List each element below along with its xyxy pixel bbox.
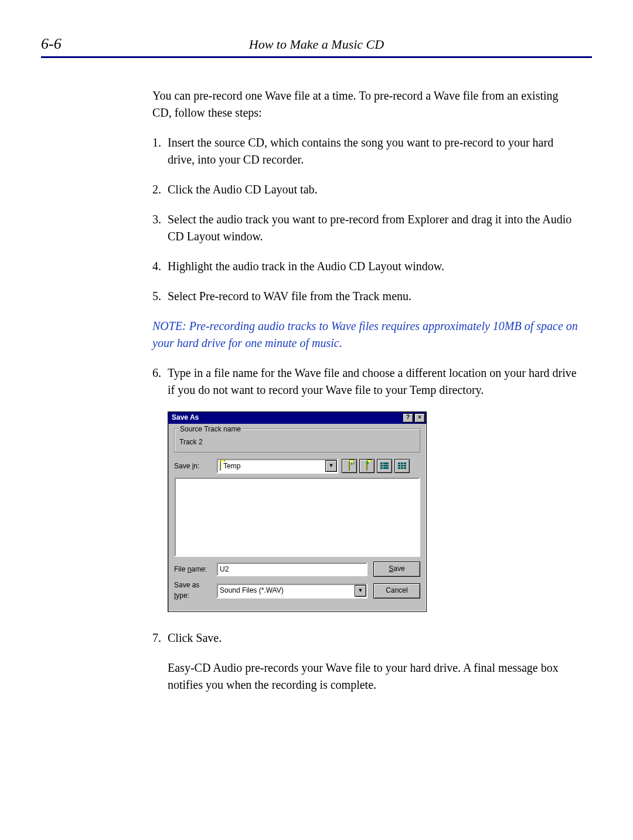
list-view-button[interactable] <box>377 459 392 473</box>
step-number: 4. <box>152 258 168 275</box>
folder-new-icon: ✶ <box>366 461 367 471</box>
file-name-value: U2 <box>220 564 229 574</box>
cancel-button[interactable]: Cancel <box>373 583 420 598</box>
save-as-type-label: Save as type: <box>174 580 216 601</box>
step-1: 1. Insert the source CD, which contains … <box>152 134 580 168</box>
save-as-type-value: Sound Files (*.WAV) <box>220 586 352 596</box>
step-text: Select the audio track you want to pre-r… <box>168 211 580 245</box>
details-view-button[interactable] <box>394 459 410 473</box>
step-number: 7. <box>152 630 168 647</box>
dialog-title: Save As <box>172 413 401 423</box>
group-legend: Source Track name <box>178 424 243 434</box>
chapter-title: How to Make a Music CD <box>41 37 592 52</box>
note-paragraph: NOTE: Pre-recording audio tracks to Wave… <box>152 318 580 352</box>
step-number: 6. <box>152 365 168 399</box>
step-number: 1. <box>152 134 168 168</box>
up-one-level-button[interactable]: ↩ <box>342 459 357 473</box>
file-name-input[interactable]: U2 <box>216 562 367 576</box>
details-icon <box>398 462 406 470</box>
step-number: 2. <box>152 181 168 198</box>
step-4: 4. Highlight the audio track in the Audi… <box>152 258 580 275</box>
step-5: 5. Select Pre-record to WAV file from th… <box>152 288 580 305</box>
step-2: 2. Click the Audio CD Layout tab. <box>152 181 580 198</box>
step-text: Type in a file name for the Wave file an… <box>168 365 580 399</box>
step-6: 6. Type in a file name for the Wave file… <box>152 365 580 399</box>
source-track-group: Source Track name Track 2 <box>174 428 420 453</box>
save-as-dialog: Save As ? × Source Track name Track 2 Sa… <box>168 412 427 612</box>
save-in-label: Save in: <box>174 461 216 471</box>
intro-paragraph: You can pre-record one Wave file at a ti… <box>152 87 580 121</box>
close-button[interactable]: × <box>414 413 425 423</box>
file-name-label: File name: <box>174 564 216 574</box>
save-in-dropdown[interactable]: Temp ▼ <box>216 458 338 474</box>
closing-paragraph: Easy-CD Audio pre-records your Wave file… <box>168 659 580 693</box>
help-button[interactable]: ? <box>403 413 413 423</box>
page-header: 6-6 How to Make a Music CD <box>41 35 592 58</box>
file-list[interactable] <box>174 477 420 557</box>
chevron-down-icon[interactable]: ▼ <box>325 460 337 472</box>
step-number: 5. <box>152 288 168 305</box>
source-track-name: Track 2 <box>179 437 415 447</box>
list-icon <box>380 462 389 470</box>
step-number: 3. <box>152 211 168 245</box>
folder-icon <box>220 461 221 471</box>
step-text: Click Save. <box>168 630 580 647</box>
step-text: Highlight the audio track in the Audio C… <box>168 258 580 275</box>
save-in-value: Temp <box>223 461 323 471</box>
dialog-titlebar[interactable]: Save As ? × <box>168 412 426 424</box>
chevron-down-icon[interactable]: ▼ <box>355 585 366 597</box>
save-button[interactable]: Save <box>373 562 420 577</box>
step-7: 7. Click Save. <box>152 630 580 647</box>
save-as-type-dropdown[interactable]: Sound Files (*.WAV) ▼ <box>216 583 367 598</box>
step-text: Click the Audio CD Layout tab. <box>168 181 580 198</box>
step-text: Insert the source CD, which contains the… <box>168 134 580 168</box>
step-text: Select Pre-record to WAV file from the T… <box>168 288 580 305</box>
new-folder-button[interactable]: ✶ <box>359 459 375 473</box>
step-3: 3. Select the audio track you want to pr… <box>152 211 580 245</box>
folder-up-icon: ↩ <box>349 461 350 471</box>
